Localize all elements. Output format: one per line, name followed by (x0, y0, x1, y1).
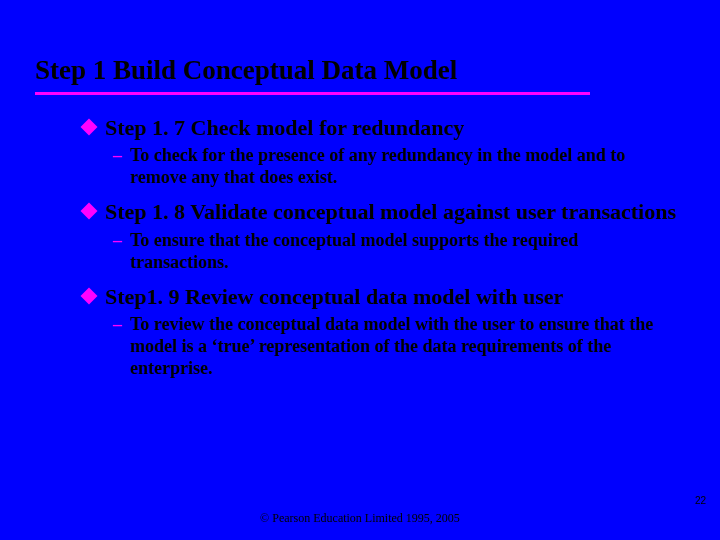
slide-title: Step 1 Build Conceptual Data Model (35, 55, 690, 86)
title-underline (35, 92, 590, 95)
sub-item-1: – To check for the presence of any redun… (35, 145, 690, 189)
bullet-heading: Step 1. 7 Check model for redundancy (105, 115, 464, 140)
dash-icon: – (113, 314, 122, 336)
diamond-icon (81, 203, 98, 220)
dash-icon: – (113, 230, 122, 252)
dash-icon: – (113, 145, 122, 167)
bullet-item-3: Step1. 9 Review conceptual data model wi… (35, 284, 690, 310)
bullet-item-2: Step 1. 8 Validate conceptual model agai… (35, 199, 690, 225)
sub-item-2: – To ensure that the conceptual model su… (35, 230, 690, 274)
sub-text: To review the conceptual data model with… (130, 314, 653, 378)
slide: Step 1 Build Conceptual Data Model Step … (0, 0, 720, 540)
diamond-icon (81, 287, 98, 304)
bullet-heading: Step1. 9 Review conceptual data model wi… (105, 284, 563, 309)
sub-item-3: – To review the conceptual data model wi… (35, 314, 690, 380)
page-number: 22 (695, 495, 706, 506)
sub-text: To ensure that the conceptual model supp… (130, 230, 578, 272)
sub-text: To check for the presence of any redunda… (130, 145, 625, 187)
bullet-item-1: Step 1. 7 Check model for redundancy (35, 115, 690, 141)
copyright-footer: © Pearson Education Limited 1995, 2005 (0, 511, 720, 526)
diamond-icon (81, 119, 98, 136)
bullet-heading: Step 1. 8 Validate conceptual model agai… (105, 199, 676, 224)
